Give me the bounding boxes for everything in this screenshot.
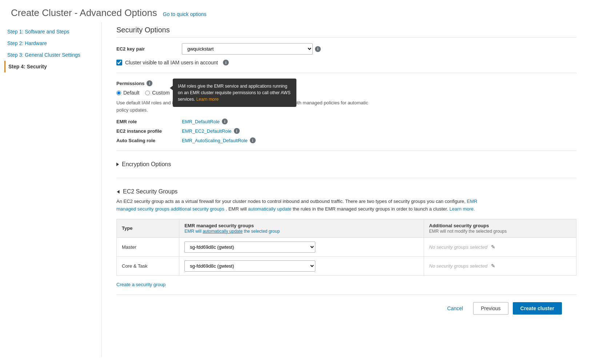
- cluster-visible-info-icon[interactable]: i: [223, 60, 229, 65]
- autoscaling-label: Auto Scaling role: [116, 138, 182, 143]
- permissions-label-row: Permissions i IAM roles give the EMR ser…: [116, 80, 576, 86]
- quick-options-link[interactable]: Go to quick options: [163, 11, 207, 17]
- table-row-core-task: Core & Task sg-fdd69d8c (gwtest) No secu…: [117, 256, 576, 275]
- ec2-security-label: EC2 Security Groups: [123, 188, 177, 195]
- sidebar-item-step3[interactable]: Step 3: General Cluster Settings: [7, 49, 94, 61]
- permissions-info-icon[interactable]: i: [147, 80, 152, 86]
- security-table: Type EMR managed security groups EMR wil…: [116, 219, 576, 276]
- auto-update-link[interactable]: automatically update: [248, 206, 291, 212]
- emr-role-info-icon[interactable]: i: [222, 119, 228, 124]
- section-title: Security Options: [116, 26, 576, 37]
- sidebar-item-step2[interactable]: Step 2: Hardware: [7, 37, 94, 49]
- divider-3: [116, 178, 576, 178]
- ec2-security-arrow-icon: [117, 190, 120, 193]
- sidebar-item-step1[interactable]: Step 1: Software and Steps: [7, 26, 94, 37]
- master-emr-select[interactable]: sg-fdd69d8c (gwtest): [184, 241, 315, 253]
- sidebar: Step 1: Software and Steps Step 2: Hardw…: [0, 22, 102, 357]
- permissions-tooltip: IAM roles give the EMR service and appli…: [173, 79, 296, 107]
- radio-default[interactable]: Default: [116, 90, 139, 96]
- ec2-desc-3: the rules in the EMR managed security gr…: [293, 206, 448, 212]
- radio-default-input[interactable]: [116, 91, 121, 95]
- ec2-description: An EC2 security group acts as a virtual …: [116, 198, 480, 213]
- encryption-label: Encryption Options: [122, 161, 171, 168]
- col-additional-header: Additional security groups EMR will not …: [424, 219, 576, 237]
- previous-button[interactable]: Previous: [473, 302, 508, 315]
- col-additional-sub: EMR will not modify the selected groups: [429, 229, 507, 234]
- learn-more-link[interactable]: Learn more.: [450, 206, 475, 212]
- ec2-profile-row: EC2 instance profile EMR_EC2_DefaultRole…: [116, 128, 576, 134]
- sidebar-item-step4: Step 4: Security: [4, 61, 94, 72]
- radio-custom[interactable]: Custom: [145, 90, 169, 96]
- core-task-edit-icon[interactable]: ✎: [491, 263, 495, 269]
- ec2-keypair-info-icon[interactable]: i: [315, 46, 321, 52]
- cancel-button[interactable]: Cancel: [442, 303, 469, 314]
- create-cluster-button[interactable]: Create cluster: [513, 302, 562, 315]
- create-security-group-link[interactable]: Create a security group: [116, 282, 165, 287]
- permissions-section: Permissions i IAM roles give the EMR ser…: [116, 80, 576, 143]
- radio-custom-input[interactable]: [145, 91, 150, 95]
- ec2-desc-2: . EMR will: [226, 206, 247, 212]
- emr-role-row: EMR role EMR_DefaultRole i: [116, 119, 576, 124]
- cluster-visible-checkbox[interactable]: [116, 60, 122, 65]
- master-edit-icon[interactable]: ✎: [491, 244, 495, 250]
- table-row-master: Master sg-fdd69d8c (gwtest) No security …: [117, 237, 576, 256]
- ec2-keypair-row: EC2 key pair gwquickstart i: [116, 43, 576, 55]
- divider-2: [116, 151, 576, 151]
- permissions-label: Permissions: [116, 81, 144, 86]
- tooltip-learn-more[interactable]: Learn more: [196, 97, 219, 102]
- col-emr-managed-header: EMR managed security groups EMR will aut…: [179, 219, 424, 237]
- main-content: Security Options EC2 key pair gwquicksta…: [102, 22, 591, 357]
- radio-default-label: Default: [123, 90, 139, 96]
- autoscaling-info-icon[interactable]: i: [250, 137, 256, 143]
- cluster-visible-row: Cluster visible to all IAM users in acco…: [116, 60, 576, 65]
- core-task-no-groups: No security groups selected: [429, 263, 487, 269]
- master-emr-managed[interactable]: sg-fdd69d8c (gwtest): [179, 237, 424, 256]
- emr-role-value[interactable]: EMR_DefaultRole: [182, 119, 220, 124]
- ec2-keypair-select[interactable]: gwquickstart: [182, 43, 313, 55]
- layout: Step 1: Software and Steps Step 2: Hardw…: [0, 22, 591, 357]
- footer: Cancel Previous Create cluster: [116, 295, 576, 322]
- cluster-visible-label: Cluster visible to all IAM users in acco…: [125, 60, 218, 65]
- radio-custom-label: Custom: [152, 90, 169, 96]
- encryption-header[interactable]: Encryption Options: [116, 158, 576, 171]
- master-no-groups: No security groups selected: [429, 244, 487, 250]
- core-task-emr-select[interactable]: sg-fdd69d8c (gwtest): [184, 260, 315, 272]
- autoscaling-value[interactable]: EMR_AutoScaling_DefaultRole: [182, 138, 248, 143]
- encryption-section: Encryption Options: [116, 158, 576, 171]
- ec2-security-header[interactable]: EC2 Security Groups: [116, 185, 576, 198]
- master-type: Master: [117, 237, 179, 256]
- page-title: Create Cluster - Advanced Options: [11, 7, 157, 19]
- core-task-type: Core & Task: [117, 256, 179, 275]
- ec2-desc-1: An EC2 security group acts as a virtual …: [116, 199, 466, 204]
- additional-link[interactable]: additional security groups: [171, 206, 224, 212]
- col-type-header: Type: [117, 219, 179, 237]
- ec2-profile-info-icon[interactable]: i: [234, 128, 240, 134]
- core-task-additional: No security groups selected ✎: [424, 256, 576, 275]
- emr-role-label: EMR role: [116, 119, 182, 124]
- tooltip-text: IAM roles give the EMR service and appli…: [178, 84, 291, 102]
- master-additional: No security groups selected ✎: [424, 237, 576, 256]
- ec2-profile-value[interactable]: EMR_EC2_DefaultRole: [182, 128, 232, 134]
- divider-1: [116, 73, 576, 73]
- col-emr-managed-sub: EMR will automatically update the select…: [184, 229, 280, 234]
- core-task-emr-managed[interactable]: sg-fdd69d8c (gwtest): [179, 256, 424, 275]
- ec2-keypair-label: EC2 key pair: [116, 46, 182, 52]
- encryption-arrow-icon: [116, 163, 119, 166]
- ec2-security-section: EC2 Security Groups An EC2 security grou…: [116, 185, 576, 287]
- ec2-profile-label: EC2 instance profile: [116, 128, 182, 134]
- autoscaling-row: Auto Scaling role EMR_AutoScaling_Defaul…: [116, 137, 576, 143]
- page-header: Create Cluster - Advanced Options Go to …: [0, 0, 591, 22]
